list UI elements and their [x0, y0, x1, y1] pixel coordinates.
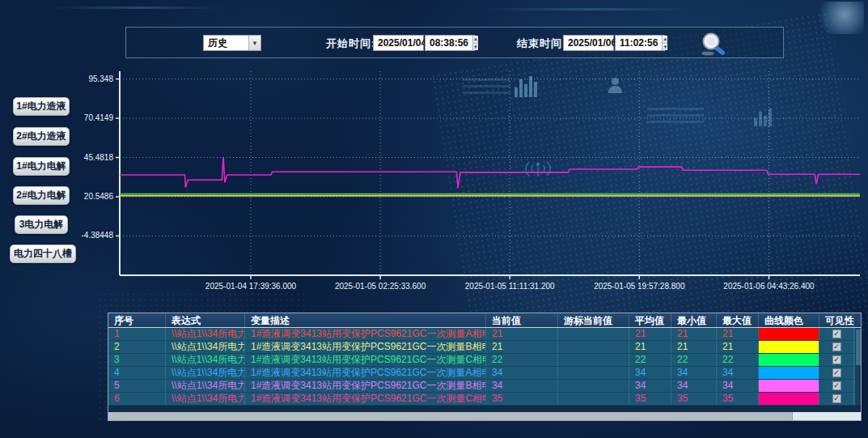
- avg-value-cell: 21: [629, 328, 671, 340]
- visibility-cell: ✓: [819, 328, 854, 340]
- visibility-checkbox[interactable]: ✓: [832, 342, 841, 351]
- min-value-cell: 34: [671, 367, 717, 379]
- curve-color-swatch[interactable]: [759, 380, 819, 392]
- table-row[interactable]: 6\\站点1\\34所电力…1#造液调变3413站用变保护PCS9621GC一次…: [108, 393, 861, 406]
- sidebar-button-1[interactable]: 1#电力造液: [13, 97, 70, 116]
- visibility-checkbox[interactable]: ✓: [832, 381, 841, 390]
- spinner-up-icon[interactable]: ▲: [473, 36, 478, 44]
- horizontal-scrollbar-thumb[interactable]: [108, 412, 793, 420]
- curve-color-swatch[interactable]: [759, 367, 819, 379]
- expression-cell: \\站点1\\34所电力…: [166, 341, 245, 353]
- spinner-down-icon[interactable]: ▼: [663, 44, 667, 51]
- column-header-10[interactable]: 可见性: [819, 313, 854, 327]
- sidebar-button-2[interactable]: 2#电力造液: [13, 127, 70, 146]
- column-header-1[interactable]: 序号: [108, 313, 166, 327]
- sidebar-button-6[interactable]: 电力四十八槽: [10, 245, 76, 263]
- query-toolbar: 历史 ▼ 开始时间: 2025/01/04 ▼ 08:38:56 ▲▼ 结束时间…: [125, 27, 784, 58]
- min-value-cell: 22: [671, 354, 717, 366]
- curve-color-swatch[interactable]: [759, 328, 819, 340]
- avg-value-cell: 34: [629, 380, 671, 392]
- end-time-spinner[interactable]: 11:02:56 ▲▼: [615, 35, 665, 51]
- svg-text:2025-01-05 11:11:31.200: 2025-01-05 11:11:31.200: [465, 282, 555, 291]
- cursor-value-cell: [558, 367, 629, 379]
- seq-cell: 6: [108, 393, 166, 405]
- start-date-picker[interactable]: 2025/01/04 ▼: [373, 35, 424, 51]
- table-row[interactable]: 3\\站点1\\34所电力…1#造液调变3413站用变保护PCS9621GC一次…: [108, 354, 861, 367]
- seq-cell: 1: [108, 328, 166, 340]
- start-time-spinner[interactable]: 08:38:56 ▲▼: [425, 35, 475, 51]
- column-header-8[interactable]: 最大值: [717, 313, 759, 327]
- column-header-3[interactable]: 变量描述: [245, 313, 486, 327]
- sidebar-button-4[interactable]: 2#电力电解: [13, 186, 70, 205]
- start-time-value: 08:38:56: [426, 37, 472, 49]
- search-button[interactable]: [699, 32, 731, 57]
- cursor-value-cell: [558, 393, 629, 405]
- spinner-up-icon[interactable]: ▲: [663, 36, 667, 44]
- curve-color-swatch[interactable]: [759, 341, 819, 353]
- table-row[interactable]: 2\\站点1\\34所电力…1#造液调变3413站用变保护PCS9621GC一次…: [108, 341, 861, 354]
- expression-cell: \\站点1\\34所电力…: [166, 367, 245, 379]
- curve-color-swatch[interactable]: [759, 393, 819, 405]
- avg-value-cell: 34: [629, 367, 671, 379]
- table-row[interactable]: 4\\站点1\\34所电力…1#造液调变3413站用变保护PCS9621GC一次…: [108, 367, 861, 380]
- visibility-cell: ✓: [819, 354, 854, 366]
- description-cell: 1#造液调变3413站用变保护PCS9621GC一次测量C相电流: [245, 393, 486, 405]
- sidebar-button-5[interactable]: 3电力电解: [15, 215, 68, 234]
- current-value-cell: 34: [486, 367, 558, 379]
- light-streak-decoration: [485, 8, 696, 11]
- min-value-cell: 21: [671, 341, 717, 353]
- mode-select[interactable]: 历史 ▼: [203, 35, 261, 51]
- max-value-cell: 22: [717, 354, 759, 366]
- expression-cell: \\站点1\\34所电力…: [166, 354, 245, 366]
- trend-chart-plot[interactable]: 95.34870.414945.481820.5486-4.384482025-…: [69, 67, 868, 298]
- min-value-cell: 35: [671, 393, 717, 405]
- vertical-scrollbar-thumb[interactable]: [856, 330, 861, 365]
- max-value-cell: 21: [717, 328, 759, 340]
- column-header-9[interactable]: 曲线颜色: [759, 313, 819, 327]
- seq-cell: 2: [108, 341, 166, 353]
- cursor-value-cell: [558, 341, 629, 353]
- vertical-scrollbar[interactable]: [854, 328, 861, 406]
- start-time-label: 开始时间:: [326, 36, 375, 51]
- max-value-cell: 34: [717, 380, 759, 392]
- svg-text:2025-01-06 04:43:26.400: 2025-01-06 04:43:26.400: [723, 282, 815, 291]
- description-cell: 1#造液调变3413站用变保护PCS9621GC一次测量A相电压: [245, 328, 486, 340]
- table-row[interactable]: 1\\站点1\\34所电力…1#造液调变3413站用变保护PCS9621GC一次…: [108, 328, 861, 341]
- min-value-cell: 21: [671, 328, 717, 340]
- column-header-2[interactable]: 表达式: [166, 313, 245, 327]
- column-header-6[interactable]: 平均值: [629, 313, 671, 327]
- visibility-checkbox[interactable]: ✓: [832, 330, 841, 338]
- curve-color-cell: [759, 354, 819, 366]
- sidebar-button-3[interactable]: 1#电力电解: [13, 157, 70, 176]
- max-value-cell: 21: [717, 341, 759, 353]
- horizontal-scrollbar[interactable]: [108, 412, 861, 420]
- column-header-5[interactable]: 游标当前值: [558, 313, 629, 327]
- visibility-checkbox[interactable]: ✓: [832, 355, 841, 364]
- visibility-cell: ✓: [819, 380, 854, 392]
- table-row[interactable]: 5\\站点1\\34所电力…1#造液调变3413站用变保护PCS9621GC一次…: [108, 380, 861, 393]
- svg-text:20.5486: 20.5486: [84, 192, 114, 201]
- svg-text:2025-01-05 02:25:33.600: 2025-01-05 02:25:33.600: [335, 282, 426, 291]
- visibility-checkbox[interactable]: ✓: [832, 368, 841, 377]
- chevron-down-icon[interactable]: ▼: [248, 36, 260, 50]
- spinner-down-icon[interactable]: ▼: [473, 44, 478, 51]
- column-header-4[interactable]: 当前值: [486, 313, 558, 327]
- svg-text:2025-01-04 17:39:36.000: 2025-01-04 17:39:36.000: [205, 282, 297, 291]
- visibility-cell: ✓: [819, 393, 854, 405]
- start-date-value: 2025/01/04: [374, 37, 430, 49]
- magnifier-icon: [699, 32, 731, 57]
- visibility-checkbox[interactable]: ✓: [832, 394, 841, 403]
- curve-color-swatch[interactable]: [759, 354, 819, 366]
- scada-trend-screen: 历史 ▼ 开始时间: 2025/01/04 ▼ 08:38:56 ▲▼ 结束时间…: [0, 0, 868, 438]
- seq-cell: 3: [108, 354, 166, 366]
- avg-value-cell: 35: [629, 393, 671, 405]
- visibility-cell: ✓: [819, 341, 854, 353]
- current-value-cell: 22: [486, 354, 558, 366]
- curve-color-cell: [759, 341, 819, 353]
- avg-value-cell: 22: [629, 354, 671, 366]
- column-header-7[interactable]: 最小值: [671, 313, 717, 327]
- end-date-picker[interactable]: 2025/01/06 ▼: [563, 35, 614, 51]
- svg-text:45.4818: 45.4818: [84, 153, 114, 162]
- end-time-value: 11:02:56: [616, 37, 662, 49]
- description-cell: 1#造液调变3413站用变保护PCS9621GC一次测量B相电压: [245, 341, 486, 353]
